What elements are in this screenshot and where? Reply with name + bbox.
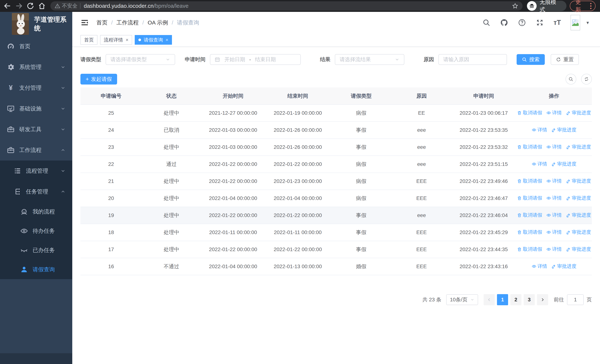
apply-time-range-picker[interactable]: 开始日期 - 结束日期 — [210, 54, 301, 65]
table-row: 21处理中2022-01-22 00:00:002022-01-23 00:00… — [80, 173, 592, 190]
help-icon[interactable] — [518, 19, 526, 27]
cancel-action-link[interactable]: 取消请假 — [517, 229, 542, 235]
browser-menu-icon[interactable] — [590, 3, 591, 9]
cancel-action-link[interactable]: 取消请假 — [517, 110, 542, 116]
avatar-caret-icon[interactable]: ▾ — [583, 20, 592, 26]
reset-button[interactable]: 重置 — [551, 54, 579, 65]
reload-icon[interactable] — [26, 2, 35, 10]
breadcrumb-separator: / — [111, 19, 113, 26]
close-icon[interactable]: × — [166, 37, 168, 43]
sidebar-item-8[interactable]: 我的流程 — [0, 202, 72, 221]
sidebar-item-4[interactable]: 研发工具 — [0, 119, 72, 140]
progress-action-link[interactable]: 审批进度 — [551, 161, 576, 167]
result-select[interactable]: 请选择流结果 — [335, 54, 404, 65]
home-icon[interactable] — [38, 2, 46, 10]
reason-input[interactable]: 请输入原因 — [438, 54, 507, 65]
page-size-select[interactable]: 10条/页 — [446, 294, 478, 305]
sidebar-item-9[interactable]: 待办任务 — [0, 221, 72, 241]
cell-status: 处理中 — [142, 190, 201, 207]
sidebar-item-5[interactable]: 工作流程 — [0, 140, 72, 160]
detail-action-link[interactable]: 详情 — [546, 178, 562, 184]
page-button-3[interactable]: 3 — [524, 294, 535, 305]
cell-status: 处理中 — [142, 139, 201, 156]
sidebar-item-6[interactable]: 流程管理 — [0, 160, 72, 181]
detail-action-link[interactable]: 详情 — [532, 161, 547, 167]
cell-actions: 取消请假详情审批进度 — [516, 190, 592, 207]
cancel-action-link[interactable]: 取消请假 — [517, 246, 542, 252]
cell-id: 17 — [80, 241, 142, 258]
progress-action-link[interactable]: 审批进度 — [566, 246, 591, 252]
progress-action-link[interactable]: 审批进度 — [551, 127, 576, 133]
tab-流程详情[interactable]: 流程详情× — [100, 35, 132, 45]
cancel-action-link[interactable]: 取消请假 — [517, 195, 542, 201]
progress-action-link[interactable]: 审批进度 — [566, 212, 591, 218]
prev-page-button[interactable] — [484, 294, 495, 305]
progress-action-link[interactable]: 审批进度 — [566, 144, 591, 150]
breadcrumb-item[interactable]: 首页 — [96, 19, 107, 27]
next-page-button[interactable] — [537, 294, 548, 305]
breadcrumb-item[interactable]: 工作流程 — [116, 19, 139, 27]
detail-action-link[interactable]: 详情 — [546, 229, 562, 235]
address-bar[interactable]: 不安全 dashboard.yudao.iocoder.cn /bpm/oa/l… — [50, 1, 523, 10]
progress-action-link[interactable]: 审批进度 — [551, 263, 576, 270]
progress-action-link[interactable]: 审批进度 — [566, 110, 591, 116]
tab-首页[interactable]: 首页 — [80, 35, 97, 45]
goto-page-input[interactable]: 1 — [567, 294, 584, 305]
cancel-action-link[interactable]: 取消请假 — [517, 212, 542, 218]
tab-请假查询[interactable]: 请假查询× — [135, 35, 172, 45]
sidebar-item-3[interactable]: 基础设施 — [0, 98, 72, 119]
page-button-1[interactable]: 1 — [497, 294, 508, 305]
fullscreen-icon[interactable] — [536, 19, 544, 27]
sidebar-item-label: 基础设施 — [19, 105, 41, 112]
detail-action-link[interactable]: 详情 — [532, 263, 547, 270]
cancel-action-link[interactable]: 取消请假 — [517, 144, 542, 150]
detail-action-link[interactable]: 详情 — [546, 195, 562, 201]
avatar[interactable] — [571, 15, 580, 30]
forward-icon[interactable] — [15, 2, 23, 10]
security-label[interactable]: 不安全 — [62, 2, 77, 9]
eye-icon — [532, 128, 536, 132]
detail-action-link[interactable]: 详情 — [532, 127, 547, 133]
detail-action-link[interactable]: 详情 — [546, 144, 562, 150]
detail-action-link[interactable]: 详情 — [546, 246, 562, 252]
toggle-search-button[interactable] — [565, 74, 576, 84]
browser-update-button[interactable]: 更新 — [570, 1, 596, 11]
progress-action-link[interactable]: 审批进度 — [566, 178, 591, 184]
progress-action-label: 审批进度 — [557, 263, 576, 270]
search-icon[interactable] — [482, 19, 490, 27]
sidebar-item-1[interactable]: 系统管理 — [0, 57, 72, 77]
detail-action-link[interactable]: 详情 — [546, 110, 562, 116]
cell-type: 婚假 — [331, 258, 392, 275]
sidebar-item-0[interactable]: 首页 — [0, 36, 72, 57]
back-icon[interactable] — [3, 2, 11, 10]
sidebar-fold-icon[interactable] — [80, 18, 89, 27]
sidebar-item-11[interactable]: 请假查询 — [0, 260, 72, 279]
leave-type-select[interactable]: 请选择请假类型 — [106, 54, 175, 65]
cancel-action-link[interactable]: 取消请假 — [517, 178, 542, 184]
detail-action-link[interactable]: 详情 — [546, 212, 562, 218]
edit-icon — [551, 264, 556, 269]
app-logo[interactable]: 芋道管理系统 — [0, 12, 72, 36]
close-icon[interactable]: × — [126, 37, 128, 43]
leave-type-label: 请假类型 — [80, 56, 101, 63]
font-size-icon[interactable]: тT — [553, 19, 561, 27]
sidebar-collapse-bar[interactable] — [0, 353, 72, 364]
progress-action-link[interactable]: 审批进度 — [566, 195, 591, 201]
eye-icon — [532, 162, 536, 167]
breadcrumb-item[interactable]: OA 示例 — [148, 19, 168, 27]
sidebar-item-2[interactable]: ¥支付管理 — [0, 77, 72, 98]
page-button-2[interactable]: 2 — [510, 294, 521, 305]
sidebar-item-7[interactable]: 任务管理 — [0, 181, 72, 202]
eye-icon — [546, 179, 551, 184]
search-button[interactable]: 搜索 — [517, 54, 545, 65]
sidebar-item-10[interactable]: 已办任务 — [0, 241, 72, 260]
total-count: 共 23 条 — [422, 296, 441, 303]
github-icon[interactable] — [500, 19, 508, 27]
sidebar-item-label: 研发工具 — [19, 126, 41, 133]
create-leave-button[interactable]: + 发起请假 — [80, 74, 117, 84]
refresh-table-button[interactable] — [581, 74, 592, 84]
cell-start: 2021-12-27 00:00:00 — [201, 104, 265, 121]
bookmark-star-icon[interactable] — [512, 3, 518, 9]
progress-action-link[interactable]: 审批进度 — [566, 229, 591, 235]
user-icon — [20, 265, 28, 274]
